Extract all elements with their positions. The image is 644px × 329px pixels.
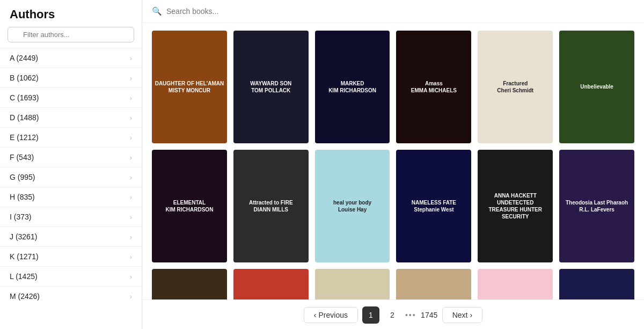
book-cover[interactable] <box>315 269 390 299</box>
book-title: Sweet Addiction <box>478 269 553 299</box>
sidebar-item-l[interactable]: L (1425)› <box>0 266 142 286</box>
page-last[interactable]: 1745 <box>421 306 438 324</box>
book-title <box>315 269 390 299</box>
page-1[interactable]: 1 <box>362 306 379 324</box>
filter-input-wrap: ⚡ <box>0 27 142 48</box>
chevron-right-icon: › <box>130 293 132 301</box>
books-area: DAUGHTER OF HEL'AMAN MISTY MONCURWAYWARD… <box>142 23 644 299</box>
book-cover[interactable]: NAMELESS FATE Stephanie West <box>396 150 471 262</box>
author-label: L (1425) <box>10 272 38 281</box>
book-title: Attracted to FIRE DIANN MILLS <box>233 150 309 262</box>
author-label: G (995) <box>10 173 35 181</box>
author-label: E (1212) <box>10 133 39 142</box>
book-cover[interactable] <box>233 269 309 299</box>
books-grid: DAUGHTER OF HEL'AMAN MISTY MONCURWAYWARD… <box>152 31 634 299</box>
book-title: Theodosia Last Pharaoh R.L. LaFevers <box>559 150 634 262</box>
main-content: 🔍 DAUGHTER OF HEL'AMAN MISTY MONCURWAYWA… <box>142 0 644 329</box>
sidebar-item-a[interactable]: A (2449)› <box>0 48 142 68</box>
book-cover[interactable]: To Hold Infinity JOHN MEANEY <box>559 269 634 299</box>
book-cover[interactable]: Fractured Cheri Schmidt <box>478 31 553 143</box>
book-title: ANNA HACKETT UNDETECTED TREASURE HUNTER … <box>478 150 553 262</box>
chevron-right-icon: › <box>130 273 132 281</box>
next-button[interactable]: Next › <box>442 307 482 323</box>
book-cover[interactable]: ARAFEL'S SAGA <box>152 269 227 299</box>
book-title: DAUGHTER OF HEL'AMAN MISTY MONCUR <box>152 31 227 143</box>
book-title: Unbelievable <box>559 31 634 143</box>
sidebar: Authors ⚡ A (2449)›B (1062)›C (1693)›D (… <box>0 0 142 329</box>
pagination: ‹ Previous 1 2 ••• 1745 Next › <box>142 299 644 329</box>
sidebar-item-g[interactable]: G (995)› <box>0 167 142 187</box>
page-2[interactable]: 2 <box>384 306 401 324</box>
search-icon: 🔍 <box>152 6 162 16</box>
previous-button[interactable]: ‹ Previous <box>304 307 358 323</box>
sidebar-item-h[interactable]: H (835)› <box>0 187 142 207</box>
author-label: B (1062) <box>10 74 39 82</box>
chevron-left-icon: ‹ <box>314 311 317 319</box>
book-cover[interactable]: Theodosia Last Pharaoh R.L. LaFevers <box>559 150 634 262</box>
book-title: ELEMENTAL KIM RICHARDSON <box>152 150 227 262</box>
book-title: Amass EMMA MICHAELS <box>396 31 471 143</box>
sidebar-item-c[interactable]: C (1693)› <box>0 87 142 107</box>
author-label: J (3261) <box>10 232 37 241</box>
book-title: WAYWARD SON TOM POLLACK <box>233 31 309 143</box>
sidebar-title: Authors <box>0 0 142 27</box>
sidebar-item-f[interactable]: F (543)› <box>0 147 142 167</box>
author-list: A (2449)›B (1062)›C (1693)›D (1488)›E (1… <box>0 48 142 306</box>
book-cover[interactable]: Amass EMMA MICHAELS <box>396 31 471 143</box>
book-cover[interactable]: Unbelievable <box>559 31 634 143</box>
author-label: H (835) <box>10 193 35 201</box>
book-cover[interactable] <box>396 269 471 299</box>
book-cover[interactable]: ELEMENTAL KIM RICHARDSON <box>152 150 227 262</box>
chevron-right-icon: › <box>130 193 132 201</box>
author-label: D (1488) <box>10 113 39 122</box>
chevron-right-icon: › <box>130 54 132 62</box>
sidebar-item-e[interactable]: E (1212)› <box>0 127 142 147</box>
chevron-right-icon: › <box>130 153 132 162</box>
chevron-right-icon: › <box>130 94 132 102</box>
search-input[interactable] <box>166 7 634 16</box>
book-cover[interactable]: ANNA HACKETT UNDETECTED TREASURE HUNTER … <box>478 150 553 262</box>
previous-label: Previous <box>319 311 348 319</box>
book-title: To Hold Infinity JOHN MEANEY <box>559 269 634 299</box>
book-title: NAMELESS FATE Stephanie West <box>396 150 471 262</box>
book-title: heal your body Louise Hay <box>315 150 390 262</box>
book-title: MARKED KIM RICHARDSON <box>315 31 390 143</box>
book-title: ARAFEL'S SAGA <box>152 269 227 299</box>
chevron-right-icon: › <box>130 173 132 181</box>
author-label: F (543) <box>10 153 34 162</box>
sidebar-item-b[interactable]: B (1062)› <box>0 68 142 87</box>
book-cover[interactable]: DAUGHTER OF HEL'AMAN MISTY MONCUR <box>152 31 227 143</box>
book-cover[interactable]: WAYWARD SON TOM POLLACK <box>233 31 309 143</box>
chevron-right-icon: › <box>130 253 132 261</box>
sidebar-item-i[interactable]: I (373)› <box>0 207 142 226</box>
sidebar-item-k[interactable]: K (1271)› <box>0 246 142 266</box>
book-cover[interactable]: MARKED KIM RICHARDSON <box>315 31 390 143</box>
author-label: I (373) <box>10 213 31 221</box>
author-label: K (1271) <box>10 252 39 261</box>
sidebar-item-d[interactable]: D (1488)› <box>0 107 142 127</box>
book-title <box>233 269 309 299</box>
book-title <box>396 269 471 299</box>
book-cover[interactable]: Sweet Addiction <box>478 269 553 299</box>
author-label: A (2449) <box>10 54 38 62</box>
chevron-right-icon: › <box>470 311 472 319</box>
chevron-right-icon: › <box>130 233 132 241</box>
book-cover[interactable]: Attracted to FIRE DIANN MILLS <box>233 150 309 262</box>
search-bar: 🔍 <box>142 0 644 23</box>
page-dots: ••• <box>405 311 416 319</box>
chevron-right-icon: › <box>130 134 132 142</box>
filter-authors-input[interactable] <box>8 27 134 42</box>
author-label: M (2426) <box>10 292 40 301</box>
chevron-right-icon: › <box>130 114 132 122</box>
chevron-right-icon: › <box>130 213 132 221</box>
author-label: C (1693) <box>10 93 39 102</box>
chevron-right-icon: › <box>130 74 132 82</box>
sidebar-item-j[interactable]: J (3261)› <box>0 226 142 246</box>
book-cover[interactable]: heal your body Louise Hay <box>315 150 390 262</box>
book-title: Fractured Cheri Schmidt <box>478 31 553 143</box>
next-label: Next <box>452 311 468 319</box>
sidebar-item-m[interactable]: M (2426)› <box>0 286 142 306</box>
